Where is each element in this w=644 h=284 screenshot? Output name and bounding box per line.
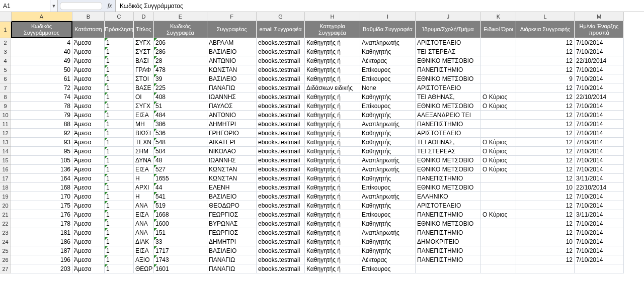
fx-icon[interactable]: fx — [104, 2, 115, 10]
cell[interactable]: ebooks.testmail — [257, 74, 305, 83]
cell[interactable]: ebooks.testmail — [257, 255, 305, 264]
header-cell[interactable]: Τίτλος — [134, 21, 154, 38]
cell[interactable]: ΒΥΡΩΝΑΣ — [207, 219, 257, 228]
cell[interactable]: ΤΕΧΝ — [134, 138, 154, 147]
column-header-C[interactable]: C — [105, 12, 134, 21]
cell[interactable]: Άμεσα — [72, 183, 105, 192]
cell[interactable]: 88 — [11, 120, 72, 129]
cell[interactable]: ebooks.testmail — [257, 65, 305, 74]
cell[interactable]: 536 — [154, 129, 207, 138]
column-header-D[interactable]: D — [134, 12, 154, 21]
cell[interactable]: 72 — [11, 83, 72, 92]
row-header-9[interactable]: 9 — [0, 102, 11, 111]
cell[interactable]: Καθηγητής — [360, 47, 416, 56]
cell[interactable]: Άμεσα — [72, 111, 105, 120]
cell[interactable]: 79 — [11, 111, 72, 120]
cell[interactable]: ΓΕΩΡΓΙΟΣ — [207, 210, 257, 219]
header-cell[interactable]: Κατάσταση — [72, 21, 105, 38]
cell[interactable]: 541 — [154, 192, 207, 201]
cell[interactable]: ΑΡΙΣΤΟΤΕΛΕΙΟ — [416, 129, 481, 138]
row-header-14[interactable]: 14 — [0, 147, 11, 156]
row-header-7[interactable]: 7 — [0, 83, 11, 92]
cell[interactable]: Αναπληρωτής — [360, 156, 416, 165]
cell[interactable]: ΠΑΝΑΓΙΩ — [207, 255, 257, 264]
cell[interactable]: ΒΑΣΕ — [134, 83, 154, 92]
row-header-12[interactable]: 12 — [0, 129, 11, 138]
cell[interactable] — [481, 47, 516, 56]
cell[interactable]: ΚΩΝΣΤΑΝ — [207, 65, 257, 74]
cell[interactable]: Καθηγητής — [360, 92, 416, 102]
cell[interactable]: ΠΑΝΕΠΙΣΤΗΜΙΟ — [416, 210, 481, 219]
cell[interactable]: ebooks.testmail — [257, 129, 305, 138]
cell[interactable]: ebooks.testmail — [257, 228, 305, 237]
cell[interactable]: ΚΩΝΣΤΑΝ — [207, 165, 257, 174]
cell[interactable]: 1 — [105, 156, 134, 165]
cell[interactable]: 12 — [516, 138, 575, 147]
cell[interactable]: 1 — [105, 47, 134, 56]
row-header-23[interactable]: 23 — [0, 228, 11, 237]
row-header-20[interactable]: 20 — [0, 201, 11, 210]
cell[interactable]: Άμεσα — [72, 237, 105, 246]
cell[interactable]: ΕΘΝΙΚΟ ΜΕΤΣΟΒΙΟ — [416, 165, 481, 174]
cell[interactable]: ebooks.testmail — [257, 264, 305, 273]
cell[interactable] — [481, 228, 516, 237]
cell[interactable]: Ο Κύριος — [481, 102, 516, 111]
cell[interactable]: Καθηγητής — [360, 201, 416, 210]
cell[interactable]: ΠΑΝΕΠΙΣΤΗΜΙΟ — [416, 120, 481, 129]
cell[interactable]: Ο Κύριος — [481, 165, 516, 174]
cell[interactable]: ΕΘΝΙΚΟ ΜΕΤΣΟΒΙΟ — [416, 56, 481, 65]
row-header-3[interactable]: 3 — [0, 47, 11, 56]
cell[interactable]: ΙΩΑΝΝΗΣ — [207, 156, 257, 165]
cell[interactable]: 176 — [11, 210, 72, 219]
cell[interactable]: 178 — [11, 219, 72, 228]
cell[interactable]: ΠΑΝΕΠΙΣΤΗΜΙΟ — [416, 228, 481, 237]
cell[interactable]: ΕΙΣΑ — [134, 111, 154, 120]
cell[interactable]: ebooks.testmail — [257, 201, 305, 210]
cell[interactable] — [481, 120, 516, 129]
cell[interactable]: ebooks.testmail — [257, 138, 305, 147]
cell[interactable]: ΑΞΙΟ — [134, 255, 154, 264]
cell[interactable]: 74 — [11, 92, 72, 102]
row-header-22[interactable]: 22 — [0, 219, 11, 228]
cell[interactable]: 504 — [154, 147, 207, 156]
cell[interactable]: Άμεσα — [72, 210, 105, 219]
cell[interactable]: 7/10/2014 — [575, 237, 624, 246]
cell[interactable]: Ο Κύριος — [481, 156, 516, 165]
cell[interactable]: 12 — [516, 38, 575, 47]
cell[interactable]: Καθηγητής — [360, 129, 416, 138]
column-header-G[interactable]: G — [257, 12, 305, 21]
cell[interactable]: ΔΗΜΗΤΡΙ — [207, 237, 257, 246]
cell[interactable]: 28 — [154, 56, 207, 65]
header-cell[interactable]: Κωδικός Συγγράμματος — [11, 21, 72, 38]
cell[interactable]: Η — [134, 192, 154, 201]
cell[interactable] — [481, 129, 516, 138]
cell[interactable]: Άμεσα — [72, 165, 105, 174]
cell[interactable]: ebooks.testmail — [257, 246, 305, 255]
cell[interactable]: ΒΑΣΙ — [134, 56, 154, 65]
cell[interactable]: 1601 — [154, 264, 207, 273]
cell[interactable]: 105 — [11, 156, 72, 165]
cell[interactable]: 1 — [105, 129, 134, 138]
cell[interactable]: Άμεσα — [72, 92, 105, 102]
cell[interactable]: 10 — [516, 183, 575, 192]
header-cell[interactable]: email Συγγραφέα — [257, 21, 305, 38]
cell[interactable]: ΚΩΝΣΤΑΝ — [207, 174, 257, 183]
cell[interactable]: Καθηγητής ή — [305, 129, 360, 138]
column-header-M[interactable]: M — [575, 12, 624, 21]
cell[interactable]: ΠΑΝΕΠΙΣΤΗΜΙΟ — [416, 65, 481, 74]
cell[interactable]: 39 — [154, 74, 207, 83]
row-header-8[interactable]: 8 — [0, 92, 11, 102]
cell[interactable]: 1 — [105, 174, 134, 183]
cell[interactable]: 12 — [516, 174, 575, 183]
cell[interactable]: 12 — [516, 228, 575, 237]
cell[interactable]: Λέκτορας — [360, 56, 416, 65]
cell[interactable]: Άμεσα — [72, 156, 105, 165]
cell[interactable]: 1668 — [154, 210, 207, 219]
cell[interactable]: ΕΛΛΗΝΙΚΟ — [416, 192, 481, 201]
cell[interactable]: Άμεσα — [72, 47, 105, 56]
cell[interactable]: ΣΤΟΙ — [134, 74, 154, 83]
cell[interactable]: 1 — [105, 165, 134, 174]
cell[interactable]: 548 — [154, 138, 207, 147]
column-header-B[interactable]: B — [72, 12, 105, 21]
column-header-L[interactable]: L — [516, 12, 575, 21]
